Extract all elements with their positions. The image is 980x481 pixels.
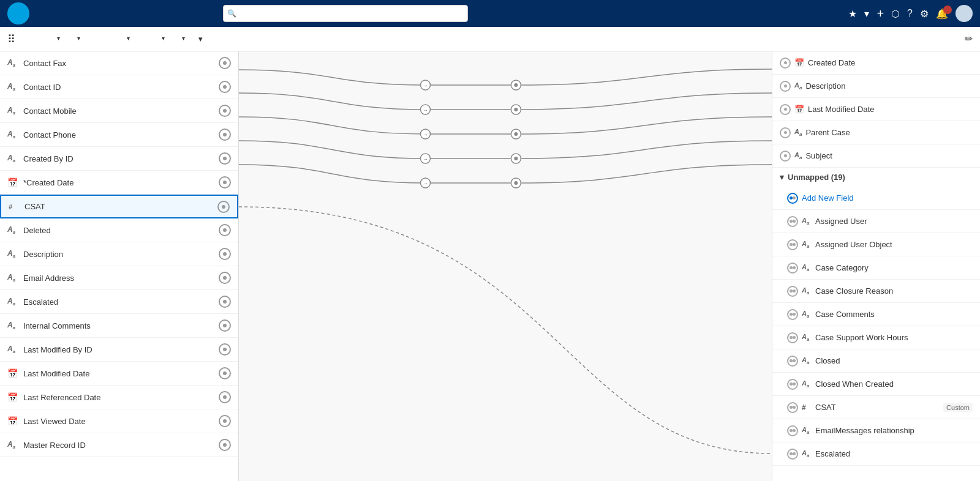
nav-data-lake-objects[interactable]: ▾ <box>67 27 88 51</box>
add-new-field-label[interactable]: Add New Field <box>802 193 973 203</box>
unmapped-field-row[interactable]: Aa Case Category <box>772 256 980 280</box>
field-row-description[interactable]: Aa Description <box>0 242 238 266</box>
mapped-field-row[interactable]: Aa Parent Case <box>772 121 980 144</box>
nav-data-streams[interactable]: ▾ <box>47 27 67 51</box>
connector-dot[interactable] <box>787 216 798 227</box>
unmapped-field-row[interactable]: Aa Closed When Created <box>772 373 980 396</box>
text-icon: Aa <box>794 128 802 137</box>
unmapped-field-row[interactable]: Aa Assigned User Object <box>772 233 980 256</box>
unmapped-field-row[interactable]: Aa Case Comments <box>772 303 980 326</box>
field-row-escalated[interactable]: Aa Escalated <box>0 290 238 314</box>
field-row-contact-id[interactable]: Aa Contact ID <box>0 75 238 99</box>
add-new-field-row[interactable]: Add New Field <box>772 187 980 210</box>
field-row-deleted[interactable]: Aa Deleted <box>0 218 238 242</box>
unmapped-field-row[interactable]: # CSAT Custom <box>772 396 980 419</box>
connector-dot[interactable] <box>787 356 798 367</box>
edit-icon[interactable]: ✏ <box>965 33 973 45</box>
favorite-icon[interactable]: ★ <box>848 8 857 20</box>
field-row-last-viewed-date[interactable]: 📅 Last Viewed Date <box>0 409 238 433</box>
unmapped-field-row[interactable]: Aa EmailMessages relationship <box>772 419 980 442</box>
field-row-csat[interactable]: # CSAT <box>0 195 238 218</box>
text-icon: Aa <box>802 356 812 365</box>
avatar[interactable] <box>956 5 973 22</box>
svg-text:→: → <box>423 132 428 138</box>
field-connector[interactable] <box>219 57 231 69</box>
field-connector[interactable] <box>219 415 231 427</box>
field-connector[interactable] <box>219 176 231 188</box>
field-connector[interactable] <box>219 81 231 93</box>
connector-dot[interactable] <box>780 81 791 92</box>
chevron-down-icon: ▾ <box>198 34 203 43</box>
field-name: Master Record ID <box>23 441 219 450</box>
field-row-last-referenced-date[interactable]: 📅 Last Referenced Date <box>0 386 238 409</box>
connector-dot[interactable] <box>787 286 798 297</box>
connector-dot[interactable] <box>780 127 791 138</box>
field-row-email-address[interactable]: Aa Email Address <box>0 266 238 290</box>
field-connector[interactable] <box>219 248 231 260</box>
dropdown-icon[interactable]: ▾ <box>864 8 869 20</box>
field-connector[interactable] <box>219 224 231 236</box>
field-row-created-by-id[interactable]: Aa Created By ID <box>0 147 238 171</box>
field-connector[interactable] <box>217 201 230 213</box>
nav-home[interactable] <box>32 27 47 51</box>
field-row-contact-mobile[interactable]: Aa Contact Mobile <box>0 99 238 123</box>
field-connector[interactable] <box>219 296 231 308</box>
mapped-field-row[interactable]: Aa Description <box>772 75 980 98</box>
nav-identity-resolutions[interactable]: ▾ <box>117 27 137 51</box>
nav-more[interactable]: ▾ <box>192 27 209 51</box>
field-row-last-modified-date[interactable]: 📅 Last Modified Date <box>0 362 238 386</box>
unmapped-field-row[interactable]: Aa Assigned User <box>772 210 980 233</box>
search-input[interactable] <box>223 5 468 22</box>
connector-dot[interactable] <box>787 263 798 274</box>
field-connector[interactable] <box>219 152 231 165</box>
mapped-field-row[interactable]: 📅 Last Modified Date <box>772 98 980 121</box>
field-connector[interactable] <box>219 391 231 403</box>
nav-data-model[interactable] <box>88 27 102 51</box>
connector-dot[interactable] <box>787 193 798 204</box>
unmapped-field-row[interactable]: Aa Escalated <box>772 442 980 466</box>
field-connector[interactable] <box>219 319 231 332</box>
connector-dot[interactable] <box>780 151 791 162</box>
setup-icon[interactable]: ⬡ <box>891 8 900 20</box>
notification-bell[interactable]: 🔔 <box>936 8 948 20</box>
text-icon: Aa <box>802 217 812 226</box>
connector-dot[interactable] <box>787 425 798 436</box>
mapped-field-row[interactable]: Aa Subject <box>772 144 980 168</box>
unmapped-field-row[interactable]: Aa Case Closure Reason <box>772 280 980 303</box>
field-row-contact-phone[interactable]: Aa Contact Phone <box>0 123 238 147</box>
connector-dot[interactable] <box>787 239 798 250</box>
add-icon[interactable]: + <box>876 7 884 21</box>
field-row-contact-fax[interactable]: Aa Contact Fax <box>0 51 238 75</box>
dashed-connection <box>239 207 772 453</box>
field-connector[interactable] <box>219 129 231 141</box>
connector-dot[interactable] <box>780 104 791 115</box>
field-connector[interactable] <box>219 439 231 451</box>
connector-dot[interactable] <box>787 332 798 343</box>
field-row-*created-date[interactable]: 📅 *Created Date <box>0 171 238 195</box>
nav-data-explorer[interactable] <box>102 27 117 51</box>
connector-dot[interactable] <box>787 379 798 390</box>
connector-dot[interactable] <box>787 449 798 460</box>
field-connector[interactable] <box>219 272 231 284</box>
connector-dot[interactable] <box>787 402 798 413</box>
nav-profile-explorer[interactable] <box>137 27 152 51</box>
field-row-master-record-id[interactable]: Aa Master Record ID <box>0 433 238 457</box>
field-connector[interactable] <box>219 105 231 117</box>
text-icon: Aa <box>7 297 20 307</box>
field-name: *Created Date <box>23 178 219 187</box>
gear-icon[interactable]: ⚙ <box>920 8 929 20</box>
mapped-field-row[interactable]: 📅 Created Date <box>772 51 980 75</box>
unmapped-section-header[interactable]: ▾ Unmapped (19) <box>772 168 980 187</box>
unmapped-field-row[interactable]: Aa Closed <box>772 349 980 373</box>
nav-data-action-targets[interactable]: ▾ <box>172 27 192 51</box>
connector-dot[interactable] <box>787 309 798 320</box>
nav-calculated-insights[interactable]: ▾ <box>152 27 172 51</box>
field-row-internal-comments[interactable]: Aa Internal Comments <box>0 314 238 338</box>
field-connector[interactable] <box>219 343 231 356</box>
help-icon[interactable]: ? <box>907 8 913 19</box>
unmapped-field-row[interactable]: Aa Case Support Work Hours <box>772 326 980 349</box>
connector-dot[interactable] <box>780 58 791 69</box>
grid-icon[interactable]: ⠿ <box>7 32 15 46</box>
field-connector[interactable] <box>219 367 231 379</box>
field-row-last-modified-by-id[interactable]: Aa Last Modified By ID <box>0 338 238 362</box>
